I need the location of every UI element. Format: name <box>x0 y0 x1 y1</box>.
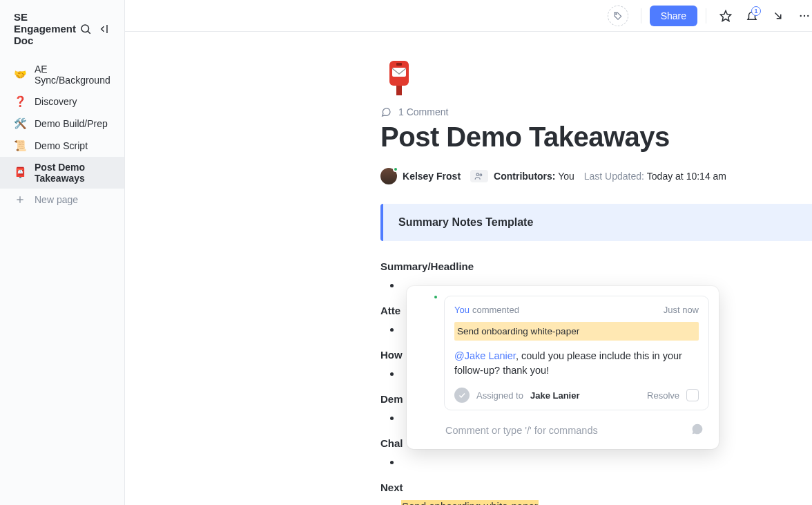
sidebar-item-label: AE Sync/Background <box>35 64 115 86</box>
commenter-avatar <box>416 296 437 316</box>
section-next[interactable]: Next Send onboarding white-paper <box>380 482 812 505</box>
assignee-name[interactable]: Jake Lanier <box>530 390 580 401</box>
sidebar-new-page[interactable]: New page <box>0 189 124 211</box>
section-heading: Summary/Headline <box>380 260 812 272</box>
notification-badge: 1 <box>751 6 761 16</box>
sidebar-header: SE Engagement Doc <box>0 7 124 56</box>
list-item[interactable]: Send onboarding white-paper <box>401 499 812 505</box>
presence-dot <box>433 294 438 300</box>
mailbox-icon: 📮 <box>14 166 26 179</box>
page-title[interactable]: Post Demo Takeaways <box>380 122 812 153</box>
sidebar-list: 🤝 AE Sync/Background ❓ Discovery 🛠️ Demo… <box>0 56 124 213</box>
svg-point-8 <box>800 15 802 16</box>
comment-message: @Jake Lanier, could you please include t… <box>454 349 699 378</box>
list-item[interactable] <box>401 455 812 469</box>
send-comment-icon[interactable] <box>690 421 708 439</box>
comment-count[interactable]: 1 Comment <box>380 106 812 117</box>
favorite-icon[interactable] <box>715 5 737 27</box>
divider <box>706 8 706 23</box>
scroll-icon: 📜 <box>14 140 26 152</box>
svg-point-5 <box>615 13 616 14</box>
comment-input[interactable] <box>445 425 683 436</box>
sidebar-item-discovery[interactable]: ❓ Discovery <box>0 90 124 113</box>
author-avatar <box>380 168 397 184</box>
sidebar-item-post-demo[interactable]: 📮 Post Demo Takeaways <box>0 157 124 189</box>
share-button[interactable]: Share <box>650 6 697 26</box>
meta-row: Kelsey Frost Contributors: You Last Upda… <box>380 168 812 184</box>
updated-label: Last Updated: <box>584 171 644 182</box>
document: 1 Comment Post Demo Takeaways Kelsey Fro… <box>380 59 812 505</box>
author-name: Kelsey Frost <box>403 171 461 182</box>
doc-scroll[interactable]: 1 Comment Post Demo Takeaways Kelsey Fro… <box>125 32 812 505</box>
comment-quote: Send onboarding white-paper <box>454 322 699 341</box>
svg-line-7 <box>775 12 781 18</box>
collapse-sidebar-icon[interactable] <box>95 19 115 39</box>
search-icon[interactable] <box>76 19 95 39</box>
callout-summary-template[interactable]: Summary Notes Template <box>380 204 812 241</box>
sidebar-item-demo-script[interactable]: 📜 Demo Script <box>0 135 124 157</box>
comment-footer: Assigned to Jake Lanier Resolve <box>454 388 699 403</box>
sidebar: SE Engagement Doc 🤝 AE Sync/Background ❓… <box>0 0 125 505</box>
page-emoji-postbox[interactable] <box>380 59 418 97</box>
new-page-label: New page <box>35 194 78 205</box>
comment-card: Youcommented Just now Send onboarding wh… <box>444 296 709 410</box>
resolve-checkbox[interactable] <box>686 389 699 401</box>
contributors-label: Contributors: <box>494 171 555 182</box>
doc-title: SE Engagement Doc <box>14 11 76 46</box>
svg-rect-19 <box>396 63 402 66</box>
commenter-you: You <box>454 305 470 315</box>
topbar: Share 1 <box>125 0 812 32</box>
contributors-value: You <box>558 171 574 182</box>
sidebar-item-ae-sync[interactable]: 🤝 AE Sync/Background <box>0 59 124 90</box>
svg-point-0 <box>81 25 89 32</box>
download-icon[interactable] <box>767 5 789 27</box>
comment-action: commented <box>472 305 519 315</box>
svg-line-1 <box>88 31 90 33</box>
svg-point-22 <box>480 174 482 176</box>
tools-icon: 🛠️ <box>14 117 26 130</box>
svg-point-9 <box>804 15 805 16</box>
resolve-label[interactable]: Resolve <box>647 390 679 401</box>
sidebar-item-demo-build[interactable]: 🛠️ Demo Build/Prep <box>0 113 124 135</box>
svg-marker-6 <box>721 10 731 21</box>
sidebar-item-label: Demo Script <box>35 140 88 151</box>
comment-popover: Youcommented Just now Send onboarding wh… <box>407 286 719 449</box>
contributors-icon <box>470 170 488 182</box>
svg-point-21 <box>476 173 479 176</box>
divider <box>641 8 641 23</box>
plus-icon <box>14 193 26 206</box>
comment-count-label: 1 Comment <box>398 106 448 117</box>
presence-dot <box>393 166 398 172</box>
section-heading: Next <box>380 482 812 493</box>
highlighted-text: Send onboarding white-paper <box>401 500 539 505</box>
updated-value: Today at 10:14 am <box>647 171 726 182</box>
assigned-check-icon <box>454 388 470 403</box>
comment-time: Just now <box>664 305 699 315</box>
sidebar-item-label: Demo Build/Prep <box>35 118 108 129</box>
mention[interactable]: @Jake Lanier <box>454 350 516 361</box>
more-menu-icon[interactable] <box>793 5 812 27</box>
assigned-label: Assigned to <box>476 390 523 401</box>
svg-rect-20 <box>396 86 402 95</box>
last-updated: Last Updated: Today at 10:14 am <box>584 171 726 182</box>
contributors[interactable]: Contributors: You <box>470 170 574 182</box>
author[interactable]: Kelsey Frost <box>380 168 461 184</box>
svg-point-10 <box>807 15 809 16</box>
main: Share 1 Aa <box>125 0 812 505</box>
comment-input-row <box>407 413 719 449</box>
question-icon: ❓ <box>14 95 26 108</box>
svg-rect-18 <box>392 68 406 77</box>
sidebar-item-label: Post Demo Takeaways <box>35 162 115 184</box>
sidebar-item-label: Discovery <box>35 96 77 107</box>
comment-header: Youcommented Just now <box>454 305 699 315</box>
tag-button[interactable] <box>608 6 628 26</box>
notifications-icon[interactable]: 1 <box>741 5 763 27</box>
handshake-icon: 🤝 <box>14 68 26 81</box>
